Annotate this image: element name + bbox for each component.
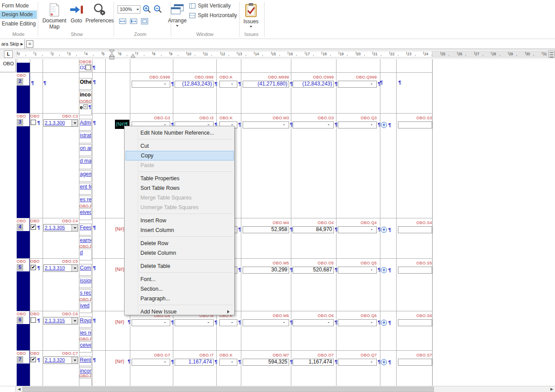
paragraph-style-chip[interactable]: ara Skip ▶ [0, 39, 25, 49]
value-field[interactable]: - [219, 319, 237, 326]
value-field[interactable]: - [132, 319, 170, 326]
issues-button[interactable]: Issues [243, 2, 259, 28]
menu-item-sort-table-rows[interactable]: Sort Table Rows [125, 183, 234, 193]
menu-item-paragraph[interactable]: Paragraph... [125, 294, 234, 303]
description-cell[interactable]: ceived [79, 341, 92, 353]
value-field[interactable]: - [219, 359, 237, 366]
issues-dropdown-arrow-icon[interactable] [250, 26, 252, 28]
zoom-in-button[interactable] [143, 5, 151, 15]
value-field[interactable]: - [338, 226, 377, 233]
fit-text-width-button[interactable] [130, 18, 137, 26]
account-code-dropdown[interactable]: 2.1.3.310 [43, 264, 78, 272]
note-reference[interactable]: {N#} [115, 267, 124, 272]
value-field[interactable]: 520,687 [293, 267, 334, 274]
row-number[interactable]: 2 [17, 78, 23, 85]
description-cell[interactable]: e−¶ [79, 103, 92, 115]
menu-item-delete-row[interactable]: Delete Row [125, 239, 234, 248]
horizontal-scrollbar[interactable]: ◀ ▶ [0, 386, 555, 392]
menu-item-paste[interactable]: Paste [125, 160, 234, 170]
preferences-button[interactable]: Preferences [85, 2, 114, 24]
row-number[interactable]: 6 [17, 317, 23, 324]
menu-item-delete-column[interactable]: Delete Column [125, 248, 234, 258]
account-code-dropdown[interactable]: 2.1.3.300 [43, 119, 78, 127]
menu-item-table-properties[interactable]: Table Properties [125, 174, 234, 183]
value-field[interactable]: 84,970 [293, 226, 334, 233]
value-field[interactable]: 30,299 [243, 267, 289, 274]
row-number[interactable]: 5 [17, 264, 23, 271]
description-cell[interactable]: agem [79, 170, 92, 182]
dropdown-arrow-icon[interactable] [72, 317, 78, 324]
ruler-end-icon[interactable] [548, 50, 555, 58]
menu-item-unmerge-table-squares[interactable]: Unmerge Table Squares [125, 203, 234, 212]
value-field[interactable]: - [219, 81, 237, 88]
zoom-level-combo[interactable]: 100% [118, 5, 140, 14]
circled-plus-icon[interactable]: + [381, 359, 387, 365]
zoom-combo-arrow-icon[interactable] [136, 9, 139, 11]
menu-item-insert-row[interactable]: Insert Row [125, 216, 234, 225]
circled-plus-icon[interactable]: + [381, 267, 387, 273]
description-cell[interactable]: ent fe [79, 183, 92, 195]
document-map-button[interactable]: Document Map [41, 2, 68, 30]
value-field[interactable]: (41,271,680) [243, 81, 289, 88]
value-field[interactable] [398, 267, 432, 274]
description-cell[interactable]: ived [79, 302, 92, 314]
value-field[interactable]: 52,958 [243, 226, 289, 233]
scroll-right-arrow[interactable]: ▶ [548, 386, 555, 392]
value-field[interactable]: 1,167,474 [293, 359, 334, 366]
value-field[interactable]: - [338, 121, 377, 128]
description-cell[interactable] [79, 378, 92, 386]
dropdown-arrow-icon[interactable] [72, 225, 78, 231]
value-field[interactable]: - [338, 359, 377, 366]
menu-item-copy[interactable]: Copy [125, 151, 234, 160]
zoom-out-button[interactable] [154, 5, 162, 15]
scrollbar-thumb[interactable] [22, 387, 434, 392]
menu-item-edit-note-number-reference[interactable]: Edit Note Number Reference... [125, 128, 234, 138]
goto-button[interactable]: Goto [68, 2, 84, 24]
note-reference[interactable]: {N#} [115, 359, 124, 364]
value-field[interactable]: - [243, 319, 289, 326]
value-field[interactable]: - [338, 319, 377, 326]
split-horizontally-button[interactable]: Split Horizontally [189, 12, 237, 18]
description-cell[interactable]: d man [79, 157, 92, 169]
value-field[interactable] [398, 319, 432, 326]
value-field[interactable] [398, 226, 432, 233]
fit-whole-page-button[interactable] [141, 18, 148, 26]
description-cell[interactable]: Fees [79, 224, 92, 235]
value-field[interactable]: (12,843,243) [175, 81, 214, 88]
scroll-left-arrow[interactable]: ◀ [16, 386, 22, 392]
indent-marker-hanging[interactable] [130, 53, 136, 58]
row-checkbox[interactable] [31, 120, 36, 125]
value-field[interactable]: - [338, 81, 377, 88]
description-cell[interactable]: on an [79, 144, 92, 156]
tab-selector[interactable]: L [4, 50, 13, 58]
value-field[interactable] [398, 121, 432, 128]
description-cell[interactable]: Other [79, 78, 92, 90]
arrange-button[interactable]: Arrange [168, 2, 186, 27]
fit-page-width-button[interactable] [119, 18, 126, 26]
row-number[interactable]: 4 [17, 224, 23, 231]
description-cell[interactable]: Comm [79, 264, 92, 276]
menu-item-add-new-issue[interactable]: Add New Issue [125, 307, 234, 317]
value-field[interactable]: - [132, 359, 170, 366]
row-checkbox[interactable] [31, 317, 36, 323]
dropdown-arrow-icon[interactable] [72, 120, 78, 126]
dropdown-arrow-icon[interactable] [72, 265, 78, 271]
row-checkbox[interactable]: ✔ [31, 265, 36, 270]
menu-item-insert-column[interactable]: Insert Column [125, 225, 234, 235]
enable-editing-button[interactable]: Enable Editing [0, 20, 37, 28]
description-cell[interactable]: d [79, 249, 92, 260]
note-reference[interactable]: {N#} [115, 319, 124, 324]
menu-item-section[interactable]: Section... [125, 284, 234, 294]
circled-plus-icon[interactable]: + [381, 227, 387, 233]
value-field[interactable]: - [338, 267, 377, 274]
menu-item-delete-table[interactable]: Delete Table [125, 261, 234, 271]
account-code-dropdown[interactable]: 2.1.3.305 [43, 224, 78, 232]
design-mode-button[interactable]: Design Mode [0, 11, 37, 19]
value-field[interactable] [398, 359, 432, 366]
account-code-dropdown[interactable]: 2.1.3.320 [43, 356, 78, 364]
note-reference[interactable]: {N#} [115, 226, 124, 232]
dropdown-arrow-icon[interactable] [72, 357, 78, 363]
description-cell[interactable]: eived [79, 208, 92, 220]
circled-plus-icon[interactable]: + [381, 122, 387, 128]
menu-item-merge-table-squares[interactable]: Merge Table Squares [125, 193, 234, 203]
